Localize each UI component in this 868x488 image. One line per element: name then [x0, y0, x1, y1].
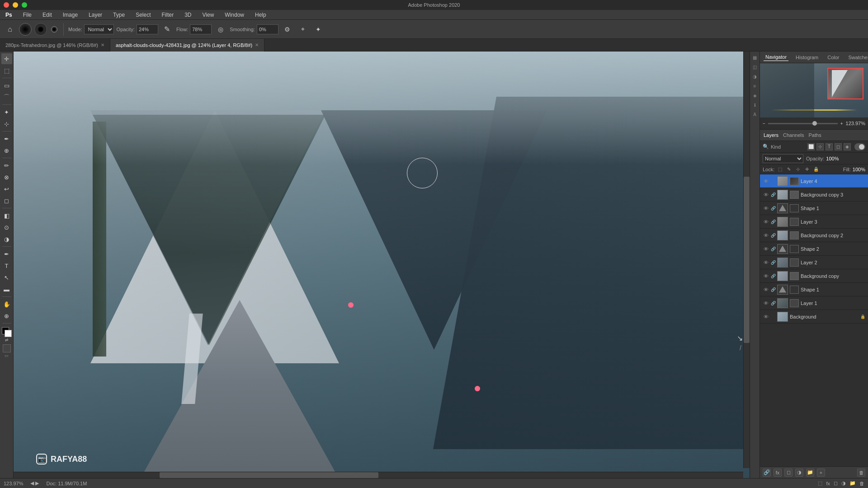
- delete-layer-btn[interactable]: 🗑: [857, 469, 865, 477]
- histogram-tab[interactable]: Histogram: [794, 54, 820, 61]
- tool-eyedropper[interactable]: ✒: [1, 133, 12, 144]
- flow-input[interactable]: 78%: [190, 24, 212, 34]
- layer-item-background[interactable]: 👁 Background 🔒: [760, 310, 868, 324]
- layer-item-bgcopy[interactable]: 👁 🔗 Background copy: [760, 269, 868, 283]
- filter-btn-type[interactable]: T: [826, 143, 833, 150]
- vertical-scrollbar-thumb[interactable]: [744, 177, 750, 343]
- opacity-value[interactable]: 100%: [826, 156, 839, 161]
- brush-preview[interactable]: [19, 23, 32, 36]
- shape1a-visibility[interactable]: 👁: [763, 205, 769, 211]
- layer4-visibility[interactable]: 👁: [763, 178, 769, 184]
- menu-layer[interactable]: Layer: [87, 12, 104, 18]
- menu-help[interactable]: Help: [253, 12, 268, 18]
- bgcopy-visibility[interactable]: 👁: [763, 273, 769, 279]
- tool-hand[interactable]: ✋: [1, 299, 12, 310]
- tool-dodge[interactable]: ◑: [1, 234, 12, 244]
- side-icon-color[interactable]: ◑: [751, 72, 759, 80]
- add-mask-btn[interactable]: ◻: [784, 469, 793, 477]
- color-tab[interactable]: Color: [826, 54, 841, 61]
- tab-asphalt[interactable]: asphalt-clouds-cloudy-428431.jpg @ 124% …: [110, 39, 264, 52]
- shape2-visibility[interactable]: 👁: [763, 246, 769, 252]
- layer3-visibility[interactable]: 👁: [763, 219, 769, 225]
- symmetry-icon[interactable]: ⌖: [297, 23, 309, 36]
- side-icon-info[interactable]: ℹ: [751, 101, 759, 109]
- lock-artboard-btn[interactable]: ⊹: [794, 166, 802, 173]
- tool-eraser[interactable]: ◻: [1, 195, 12, 206]
- brush-hardness-control[interactable]: [50, 25, 59, 34]
- menu-ps[interactable]: Ps: [4, 12, 14, 18]
- layers-tab[interactable]: Layers: [764, 132, 778, 138]
- side-icon-adjust[interactable]: ◈: [751, 91, 759, 99]
- shape1b-visibility[interactable]: 👁: [763, 286, 769, 293]
- bgcopy2-visibility[interactable]: 👁: [763, 232, 769, 239]
- zoom-in-icon[interactable]: +: [840, 121, 843, 126]
- new-layer-btn[interactable]: +: [817, 469, 825, 477]
- tool-blur[interactable]: ⊙: [1, 222, 12, 233]
- side-icon-nav[interactable]: ▦: [751, 53, 759, 61]
- tool-history-brush[interactable]: ↩: [1, 183, 12, 194]
- side-icon-hist[interactable]: ◫: [751, 63, 759, 71]
- maximize-button[interactable]: [22, 2, 27, 8]
- tab-tetrahedron[interactable]: 280px-Tetrahedron.jpg @ 146% (RGB/8#) ✕: [0, 39, 110, 52]
- horizontal-scrollbar[interactable]: [14, 472, 743, 478]
- smoothing-input[interactable]: 0%: [257, 24, 278, 34]
- minimize-button[interactable]: [13, 2, 18, 8]
- swap-colors-icon[interactable]: ⇌: [3, 338, 10, 342]
- nav-arrows[interactable]: ◀ ▶: [30, 480, 39, 486]
- menu-view[interactable]: View: [201, 12, 216, 18]
- menu-type[interactable]: Type: [111, 12, 127, 18]
- tab-asphalt-close[interactable]: ✕: [255, 42, 259, 47]
- zoom-slider[interactable]: [768, 123, 838, 124]
- paths-tab[interactable]: Paths: [809, 132, 821, 138]
- tab-tetrahedron-close[interactable]: ✕: [101, 42, 104, 47]
- bgcopy3-visibility[interactable]: 👁: [763, 192, 769, 198]
- filter-btn-shape[interactable]: ◻: [835, 143, 842, 150]
- layer-item-layer4[interactable]: 👁 Layer 4: [760, 174, 868, 188]
- background-visibility[interactable]: 👁: [763, 314, 769, 320]
- blend-mode-select[interactable]: Normal: [763, 154, 803, 163]
- add-style-btn[interactable]: fx: [774, 469, 782, 477]
- vertical-scrollbar[interactable]: [743, 52, 750, 468]
- layer-item-bgcopy2[interactable]: 👁 🔗 Background copy 2: [760, 229, 868, 242]
- quick-mask-icon[interactable]: [3, 344, 11, 352]
- layer-item-shape2[interactable]: 👁 🔗 Shape 2: [760, 242, 868, 256]
- menu-3d[interactable]: 3D: [183, 12, 193, 18]
- tool-pen[interactable]: ✒: [1, 249, 12, 259]
- tool-type[interactable]: T: [1, 260, 12, 271]
- layer-item-shape1a[interactable]: 👁 🔗 Shape 1: [760, 202, 868, 215]
- layer2-visibility[interactable]: 👁: [763, 259, 769, 266]
- tool-zoom[interactable]: ⊕: [1, 310, 12, 321]
- filter-toggle[interactable]: [854, 143, 865, 150]
- opacity-input[interactable]: 24%: [137, 24, 158, 34]
- layer1-visibility[interactable]: 👁: [763, 300, 769, 306]
- fill-value[interactable]: 100%: [853, 167, 865, 172]
- smoothing-options-icon[interactable]: ⚙: [281, 23, 294, 36]
- menu-select[interactable]: Select: [134, 12, 152, 18]
- zoom-slider-thumb[interactable]: [812, 121, 817, 126]
- menu-edit[interactable]: Edit: [41, 12, 54, 18]
- layer-item-shape1b[interactable]: 👁 🔗 Shape 1: [760, 283, 868, 296]
- menu-filter[interactable]: Filter: [160, 12, 175, 18]
- filter-btn-pixel[interactable]: ⬜: [807, 143, 815, 150]
- filter-btn-adjust[interactable]: ⊹: [816, 143, 824, 150]
- layer-item-layer1[interactable]: 👁 🔗 Layer 1: [760, 296, 868, 310]
- butterfly-icon[interactable]: ✦: [312, 23, 325, 36]
- menu-image[interactable]: Image: [61, 12, 80, 18]
- canvas-area[interactable]: ↘ / 📷 RAFYA88: [14, 52, 750, 478]
- mode-select[interactable]: Normal: [84, 24, 114, 34]
- brush-size-control[interactable]: [34, 23, 47, 36]
- screen-mode-icons[interactable]: ▭: [3, 353, 11, 358]
- zoom-out-icon[interactable]: −: [763, 121, 765, 126]
- horizontal-scrollbar-thumb[interactable]: [160, 472, 378, 478]
- tool-magic-wand[interactable]: ✦: [1, 107, 12, 117]
- new-adjustment-btn[interactable]: ◑: [795, 469, 803, 477]
- tool-gradient[interactable]: ◧: [1, 210, 12, 221]
- window-controls[interactable]: [4, 2, 27, 8]
- tool-brush[interactable]: ✏: [1, 160, 12, 171]
- layer-item-layer2[interactable]: 👁 🔗 Layer 2: [760, 256, 868, 269]
- new-group-btn[interactable]: 📁: [806, 469, 814, 477]
- menu-file[interactable]: File: [21, 12, 33, 18]
- tool-crop[interactable]: ⊹: [1, 118, 12, 129]
- tool-lasso[interactable]: ⌒: [1, 92, 12, 103]
- side-icon-char[interactable]: A: [751, 110, 759, 118]
